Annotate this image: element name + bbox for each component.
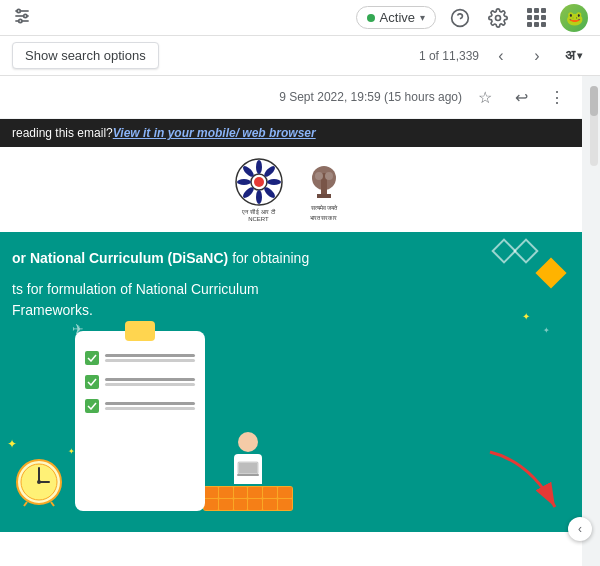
star-button[interactable]: ☆ bbox=[472, 84, 498, 110]
svg-point-12 bbox=[262, 164, 276, 178]
email-toolbar: Show search options 1 of 11,339 ‹ › अ ▾ bbox=[0, 36, 600, 76]
top-bar: Active ▾ 🐸 bbox=[0, 0, 600, 36]
scrollbar-thumb[interactable] bbox=[590, 86, 598, 116]
email-area: 9 Sept 2022, 19:59 (15 hours ago) ☆ ↩ ⋮ … bbox=[0, 76, 600, 566]
svg-point-30 bbox=[37, 480, 41, 484]
svg-rect-35 bbox=[237, 474, 259, 476]
reading-bar-text: reading this email? bbox=[12, 126, 113, 140]
india-emblem: सत्यमेव जयते भारत सरकार bbox=[299, 158, 349, 222]
side-collapse-button[interactable]: ‹ bbox=[568, 517, 592, 541]
active-dot bbox=[367, 14, 375, 22]
active-status-badge[interactable]: Active ▾ bbox=[356, 6, 436, 29]
email-date: 9 Sept 2022, 19:59 (15 hours ago) bbox=[279, 90, 462, 104]
svg-point-23 bbox=[315, 172, 323, 180]
svg-line-31 bbox=[24, 502, 27, 506]
svg-point-24 bbox=[325, 172, 333, 180]
check-box-1 bbox=[85, 351, 99, 365]
promo-section: or National Curriculum (DiSaNC) for obta… bbox=[0, 232, 582, 532]
checklist-item-1 bbox=[85, 351, 195, 365]
font-chevron-icon: ▾ bbox=[577, 50, 582, 61]
waffle-menu-button[interactable] bbox=[522, 4, 550, 32]
diamond-decorations bbox=[495, 242, 562, 284]
svg-point-15 bbox=[256, 190, 262, 204]
india-text: भारत सरकार bbox=[310, 215, 338, 222]
filter-icon[interactable] bbox=[12, 6, 32, 30]
active-label: Active bbox=[380, 10, 415, 25]
email-panel: 9 Sept 2022, 19:59 (15 hours ago) ☆ ↩ ⋮ … bbox=[0, 76, 582, 566]
star-decoration: ✦ bbox=[522, 311, 530, 322]
brick-platform bbox=[203, 486, 293, 511]
email-meta: 9 Sept 2022, 19:59 (15 hours ago) ☆ ↩ ⋮ bbox=[0, 76, 582, 119]
chevron-down-icon: ▾ bbox=[420, 12, 425, 23]
svg-point-14 bbox=[262, 186, 276, 200]
show-search-options-button[interactable]: Show search options bbox=[12, 42, 159, 69]
checklist-item-3 bbox=[85, 399, 195, 413]
next-email-button[interactable]: › bbox=[523, 42, 551, 70]
ncert-text: एन सी ई आर टीNCERT bbox=[242, 209, 275, 222]
clock-illustration: ✦ ✦ bbox=[12, 452, 67, 511]
reply-button[interactable]: ↩ bbox=[508, 84, 534, 110]
user-avatar[interactable]: 🐸 bbox=[560, 4, 588, 32]
promo-text-line1: or National Curriculum (DiSaNC) for obta… bbox=[12, 248, 312, 269]
check-box-3 bbox=[85, 399, 99, 413]
logo-bar: एन सी ई आर टीNCERT सत्यमेव जयते भारत सरक… bbox=[0, 147, 582, 232]
svg-rect-22 bbox=[317, 194, 331, 198]
check-box-2 bbox=[85, 375, 99, 389]
checklist-item-2 bbox=[85, 375, 195, 389]
svg-point-5 bbox=[19, 19, 22, 22]
svg-point-13 bbox=[267, 179, 281, 185]
person-illustration bbox=[203, 432, 293, 511]
settings-button[interactable] bbox=[484, 4, 512, 32]
svg-point-18 bbox=[241, 164, 255, 178]
top-bar-right: Active ▾ 🐸 bbox=[356, 4, 588, 32]
svg-point-11 bbox=[256, 160, 262, 174]
ncert-logo: एन सी ई आर टीNCERT bbox=[234, 157, 284, 222]
top-bar-left bbox=[12, 6, 32, 30]
view-in-browser-link[interactable]: View it in your mobile/ web browser bbox=[113, 126, 316, 140]
svg-rect-34 bbox=[239, 463, 257, 473]
email-count: 1 of 11,339 bbox=[419, 49, 479, 63]
svg-point-19 bbox=[254, 177, 264, 187]
reading-bar: reading this email? View it in your mobi… bbox=[0, 119, 582, 147]
font-size-button[interactable]: अ ▾ bbox=[559, 44, 588, 67]
clipboard-clip bbox=[125, 321, 155, 341]
clipboard-illustration bbox=[75, 331, 205, 511]
svg-point-4 bbox=[24, 14, 27, 17]
svg-point-3 bbox=[17, 9, 20, 12]
svg-point-17 bbox=[237, 179, 251, 185]
svg-point-8 bbox=[496, 15, 501, 20]
svg-point-16 bbox=[241, 186, 255, 200]
star-decoration-2: ✦ bbox=[543, 326, 550, 335]
help-button[interactable] bbox=[446, 4, 474, 32]
scrollbar-track[interactable] bbox=[590, 86, 598, 166]
prev-email-button[interactable]: ‹ bbox=[487, 42, 515, 70]
more-options-button[interactable]: ⋮ bbox=[544, 84, 570, 110]
promo-text-line2: ts for formulation of National Curriculu… bbox=[12, 279, 312, 321]
svg-text:सत्यमेव जयते: सत्यमेव जयते bbox=[309, 204, 338, 211]
waffle-grid bbox=[527, 8, 546, 27]
font-label: अ bbox=[565, 47, 575, 64]
svg-line-32 bbox=[51, 502, 54, 506]
avatar-image: 🐸 bbox=[560, 4, 588, 32]
right-panel bbox=[582, 76, 600, 566]
illustration-row: ✦ ✦ ✈ bbox=[12, 331, 570, 511]
nav-controls: 1 of 11,339 ‹ › अ ▾ bbox=[419, 42, 588, 70]
